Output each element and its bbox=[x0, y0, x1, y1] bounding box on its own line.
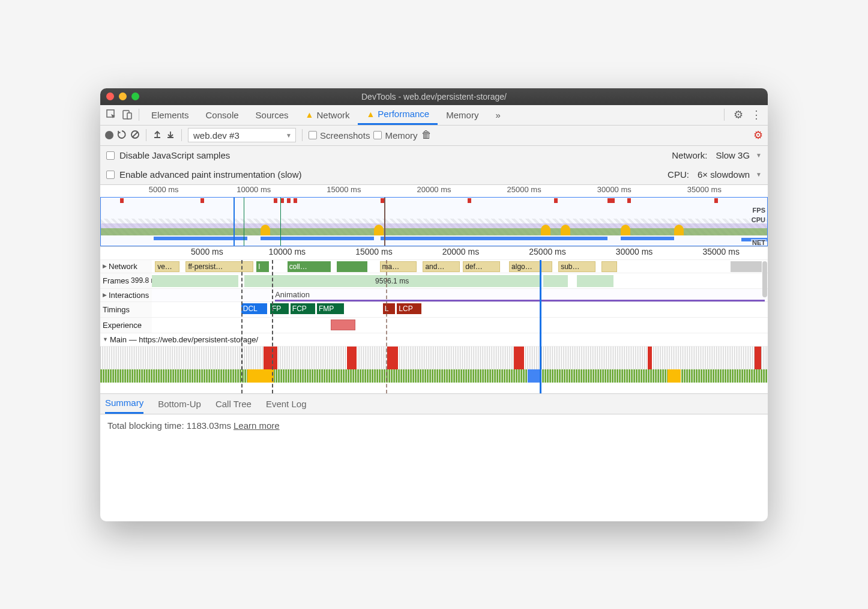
main-flamechart[interactable] bbox=[100, 347, 768, 393]
network-block[interactable]: and… bbox=[423, 261, 460, 272]
details-tabbar: Summary Bottom-Up Call Tree Event Log bbox=[100, 394, 768, 414]
timing-marker-l[interactable]: L bbox=[383, 303, 396, 314]
tab-network[interactable]: ▲Network bbox=[297, 105, 358, 125]
network-block[interactable] bbox=[601, 261, 617, 272]
interactions-track[interactable]: ▶Interactions Animation bbox=[100, 289, 768, 302]
network-block[interactable]: algo… bbox=[509, 261, 552, 272]
network-block[interactable]: def… bbox=[463, 261, 500, 272]
advanced-paint-checkbox[interactable]: Enable advanced paint instrumentation (s… bbox=[106, 169, 302, 180]
window-titlebar: DevTools - web.dev/persistent-storage/ bbox=[100, 88, 768, 105]
cpu-throttle-label: CPU: bbox=[668, 169, 689, 180]
overview-ruler: 5000 ms 10000 ms 15000 ms 20000 ms 25000… bbox=[100, 185, 768, 197]
window-minimize-button[interactable] bbox=[119, 92, 127, 100]
learn-more-link[interactable]: Learn more bbox=[234, 420, 280, 431]
network-block[interactable]: l bbox=[256, 261, 269, 272]
performance-toolbar: web.dev #3▼ Screenshots Memory 🗑 ⚙ bbox=[100, 126, 768, 146]
cpu-throttle-select[interactable]: 6× slowdown▼ bbox=[698, 169, 762, 180]
expand-icon[interactable]: ▶ bbox=[103, 292, 107, 298]
settings-gear-icon[interactable]: ⚙ bbox=[731, 107, 746, 123]
capture-settings-gear-icon[interactable]: ⚙ bbox=[753, 129, 763, 142]
load-profile-icon[interactable] bbox=[152, 130, 162, 141]
expand-icon[interactable]: ▶ bbox=[103, 263, 107, 269]
frame-block[interactable] bbox=[577, 275, 614, 287]
reload-record-button[interactable] bbox=[117, 130, 127, 141]
tab-event-log[interactable]: Event Log bbox=[266, 393, 307, 414]
network-throttle-select[interactable]: Slow 3G▼ bbox=[716, 150, 762, 160]
warning-icon: ▲ bbox=[366, 109, 375, 119]
tab-memory[interactable]: Memory bbox=[438, 105, 487, 125]
tab-call-tree[interactable]: Call Tree bbox=[215, 393, 252, 414]
garbage-collect-icon[interactable]: 🗑 bbox=[421, 129, 432, 141]
svg-line-4 bbox=[133, 132, 137, 137]
clear-button[interactable] bbox=[130, 130, 140, 141]
frame-block[interactable]: 9596.1 ms bbox=[244, 275, 540, 287]
tracks-ruler: 5000 ms 10000 ms 15000 ms 20000 ms 25000… bbox=[100, 247, 768, 260]
memory-checkbox[interactable]: Memory bbox=[373, 130, 417, 141]
frames-track[interactable]: Frames399.8 ms 9596.1 ms bbox=[100, 273, 768, 289]
session-select[interactable]: web.dev #3▼ bbox=[188, 128, 296, 142]
summary-panel: Total blocking time: 1183.03ms Learn mor… bbox=[100, 414, 768, 521]
window-title: DevTools - web.dev/persistent-storage/ bbox=[100, 92, 768, 102]
tab-performance[interactable]: ▲Performance bbox=[358, 105, 438, 125]
chevron-down-icon: ▼ bbox=[756, 152, 762, 159]
network-block[interactable] bbox=[337, 261, 367, 272]
main-track-header[interactable]: ▼ Main — https://web.dev/persistent-stor… bbox=[100, 333, 768, 347]
device-toolbar-icon[interactable] bbox=[119, 107, 135, 123]
timing-marker-fmp[interactable]: FMP bbox=[317, 303, 344, 314]
tab-bottom-up[interactable]: Bottom-Up bbox=[158, 393, 201, 414]
network-track[interactable]: ▶Network ve… ff-persist… l coll… ma… and… bbox=[100, 260, 768, 273]
save-profile-icon[interactable] bbox=[166, 130, 175, 141]
record-button[interactable] bbox=[105, 131, 113, 139]
overview-timeline[interactable]: 5000 ms 10000 ms 15000 ms 20000 ms 25000… bbox=[100, 185, 768, 247]
network-throttle-label: Network: bbox=[672, 150, 707, 160]
timings-track[interactable]: Timings DCL FP FCP FMP L LCP bbox=[100, 302, 768, 318]
network-block[interactable]: ve… bbox=[155, 261, 179, 272]
total-blocking-time-label: Total blocking time: 1183.03ms bbox=[107, 420, 231, 431]
more-menu-icon[interactable]: ⋮ bbox=[749, 107, 764, 123]
screenshots-checkbox[interactable]: Screenshots bbox=[309, 130, 370, 141]
inspect-element-icon[interactable] bbox=[104, 107, 119, 123]
frame-block[interactable] bbox=[152, 275, 238, 287]
disable-js-samples-checkbox[interactable]: Disable JavaScript samples bbox=[106, 150, 230, 160]
main-track-label: Main — https://web.dev/persistent-storag… bbox=[110, 335, 258, 344]
flamechart-tracks[interactable]: 5000 ms 10000 ms 15000 ms 20000 ms 25000… bbox=[100, 247, 768, 394]
devtools-tabbar: Elements Console Sources ▲Network ▲Perfo… bbox=[100, 105, 768, 126]
collapse-icon[interactable]: ▼ bbox=[103, 336, 108, 342]
experience-block[interactable] bbox=[331, 320, 355, 330]
tab-sources[interactable]: Sources bbox=[247, 105, 297, 125]
timing-marker-lcp[interactable]: LCP bbox=[397, 303, 421, 314]
tracks-scrollbar[interactable] bbox=[762, 261, 767, 297]
network-block[interactable]: ff-persist… bbox=[185, 261, 253, 272]
animation-label: Animation bbox=[275, 290, 310, 299]
network-block[interactable]: coll… bbox=[288, 261, 331, 272]
network-block[interactable] bbox=[731, 261, 761, 272]
frame-block[interactable] bbox=[543, 275, 568, 287]
network-block[interactable]: sub… bbox=[558, 261, 595, 272]
tab-console[interactable]: Console bbox=[197, 105, 247, 125]
window-fullscreen-button[interactable] bbox=[131, 92, 139, 100]
chevron-down-icon: ▼ bbox=[756, 171, 762, 178]
timing-marker-fcp[interactable]: FCP bbox=[291, 303, 315, 314]
chevron-down-icon: ▼ bbox=[286, 132, 292, 139]
tab-elements[interactable]: Elements bbox=[143, 105, 197, 125]
svg-rect-2 bbox=[127, 113, 131, 119]
window-close-button[interactable] bbox=[106, 92, 114, 100]
tabs-overflow[interactable]: » bbox=[487, 105, 508, 125]
tab-summary[interactable]: Summary bbox=[105, 393, 143, 414]
warning-icon: ▲ bbox=[306, 110, 314, 120]
network-block[interactable]: ma… bbox=[380, 261, 417, 272]
experience-track[interactable]: Experience bbox=[100, 318, 768, 333]
timing-marker-dcl[interactable]: DCL bbox=[241, 303, 267, 314]
